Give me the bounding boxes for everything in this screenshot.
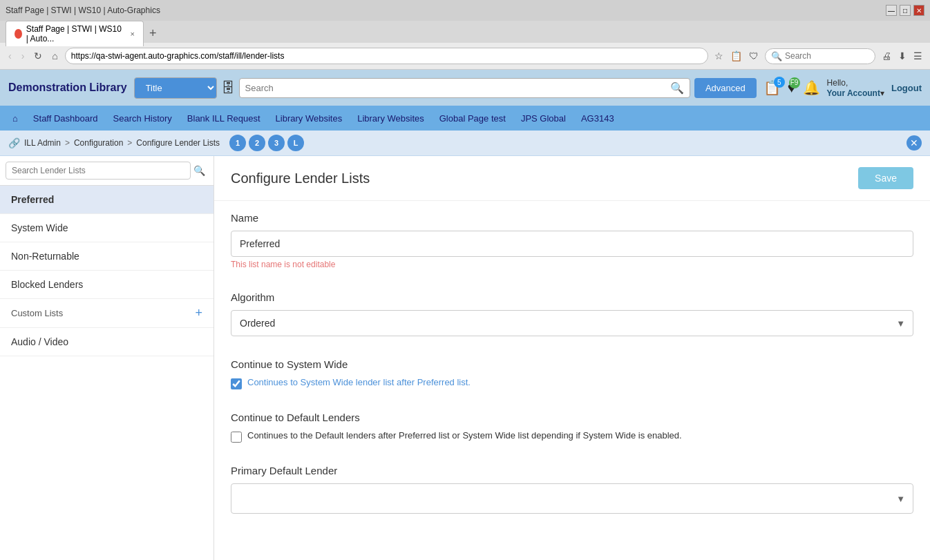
continue-default-lenders-checkbox-label: Continues to the Default lenders after P… xyxy=(247,430,682,441)
step-badge-3[interactable]: 3 xyxy=(268,135,285,151)
window-minimize-button[interactable]: — xyxy=(886,5,897,16)
breadcrumb-icon: 🔗 xyxy=(8,137,20,148)
browser-extra-toolbar: 🖨 ⬇ ☰ xyxy=(880,48,924,64)
window-maximize-button[interactable]: □ xyxy=(900,5,911,16)
home-browser-button[interactable]: ⌂ xyxy=(49,48,60,64)
address-bar: ‹ › ↻ ⌂ ☆ 📋 🛡 🔍 🖨 ⬇ ☰ xyxy=(0,43,930,69)
step-badges: 1 2 3 L xyxy=(229,135,304,151)
sidebar: 🔍 Preferred System Wide Non-Returnable B… xyxy=(0,156,214,560)
nav-library-websites-1[interactable]: Library Websites xyxy=(269,108,350,129)
continue-default-lenders-checkbox-area: Continues to the Default lenders after P… xyxy=(231,430,913,443)
sidebar-search-button[interactable]: 🔍 xyxy=(191,162,208,179)
tab-favicon xyxy=(15,29,22,39)
heart-badge: F9 xyxy=(789,77,800,88)
menu-button[interactable]: ☰ xyxy=(911,48,924,64)
nav-home[interactable]: ⌂ xyxy=(6,108,25,129)
nav-jps-global[interactable]: JPS Global xyxy=(514,108,573,129)
logout-button[interactable]: Logout xyxy=(891,83,922,93)
window-close-button[interactable]: ✕ xyxy=(913,5,924,16)
primary-default-lender-label: Primary Default Lender xyxy=(231,465,913,476)
name-hint: This list name is not editable xyxy=(231,260,913,269)
tab-title: Staff Page | STWI | WS10 | Auto... xyxy=(26,24,124,44)
nav-search-history[interactable]: Search History xyxy=(106,108,179,129)
checklist-badge: 5 xyxy=(774,77,785,88)
active-tab[interactable]: Staff Page | STWI | WS10 | Auto... × xyxy=(6,21,144,46)
refresh-button[interactable]: ↻ xyxy=(31,48,45,64)
search-magnifier-icon[interactable]: 🔍 xyxy=(670,81,684,95)
sidebar-item-audio-video[interactable]: Audio / Video xyxy=(0,328,213,356)
save-button[interactable]: Save xyxy=(858,167,913,189)
custom-lists-add-button[interactable]: + xyxy=(195,306,202,320)
continue-system-wide-checkbox-row: Continues to System Wide lender list aft… xyxy=(231,377,913,389)
database-icon[interactable]: 🗄 xyxy=(221,80,235,96)
header-right: 📋 5 ♥ F9 🔔 Hello, Your Account▾ Logout xyxy=(763,78,922,98)
breadcrumb-configuration[interactable]: Configuration xyxy=(74,138,123,148)
primary-default-lender-section: Primary Default Lender ▼ xyxy=(214,454,930,525)
search-glass-icon: 🔍 xyxy=(771,51,782,61)
back-button[interactable]: ‹ xyxy=(6,48,15,64)
continue-system-wide-checkbox-area: Continues to System Wide lender list aft… xyxy=(231,377,913,389)
continue-system-wide-checkbox-label: Continues to System Wide lender list aft… xyxy=(247,377,471,387)
checklist-icon-wrap[interactable]: 📋 5 xyxy=(763,79,781,96)
primary-default-lender-select[interactable] xyxy=(231,483,913,514)
print-button[interactable]: 🖨 xyxy=(880,48,893,64)
title-bar: Staff Page | STWI | WS10 | Auto-Graphics… xyxy=(0,0,930,21)
browser-search-input[interactable] xyxy=(785,51,869,61)
continue-system-wide-checkbox[interactable] xyxy=(231,378,242,389)
tab-close-button[interactable]: × xyxy=(131,30,135,38)
step-badge-2[interactable]: 2 xyxy=(249,135,265,151)
name-section: Name This list name is not editable xyxy=(214,201,930,280)
breadcrumb-sep-1: > xyxy=(65,138,70,148)
new-tab-button[interactable]: + xyxy=(144,26,162,41)
browser-chrome: Staff Page | STWI | WS10 | Auto-Graphics… xyxy=(0,0,930,70)
continue-default-lenders-checkbox[interactable] xyxy=(231,432,242,443)
heart-icon-wrap[interactable]: ♥ F9 xyxy=(788,80,796,96)
bookmark-button[interactable]: ☆ xyxy=(712,48,725,64)
app-logo: Demonstration Library xyxy=(8,81,127,94)
search-type-select[interactable]: Title Author Subject ISBN xyxy=(134,77,217,99)
forward-button[interactable]: › xyxy=(19,48,28,64)
custom-lists-list: Audio / Video xyxy=(0,328,213,356)
nav-global-page-test[interactable]: Global Page test xyxy=(433,108,513,129)
bell-icon-wrap[interactable]: 🔔 xyxy=(803,79,820,96)
custom-lists-section-header: Custom Lists + xyxy=(0,299,213,328)
nav-staff-dashboard[interactable]: Staff Dashboard xyxy=(26,108,105,129)
breadcrumb-ill-admin[interactable]: ILL Admin xyxy=(24,138,61,148)
reader-button[interactable]: 📋 xyxy=(728,48,744,64)
advanced-button[interactable]: Advanced xyxy=(694,78,757,98)
continue-system-wide-label: Continue to System Wide xyxy=(231,358,913,370)
app-header: Demonstration Library Title Author Subje… xyxy=(0,70,930,106)
sidebar-item-non-returnable[interactable]: Non-Returnable xyxy=(0,242,213,271)
algorithm-section: Algorithm Ordered Random Custom ▼ xyxy=(214,280,930,347)
account-section: Hello, Your Account▾ xyxy=(827,78,884,98)
continue-default-lenders-section: Continue to Default Lenders Continues to… xyxy=(214,400,930,454)
name-input[interactable] xyxy=(231,231,913,257)
download-button[interactable]: ⬇ xyxy=(896,48,909,64)
sidebar-search-input[interactable] xyxy=(6,162,191,180)
algorithm-select-wrap: Ordered Random Custom ▼ xyxy=(231,310,913,336)
tab-bar: Staff Page | STWI | WS10 | Auto... × + xyxy=(0,21,930,43)
browser-toolbar: ☆ 📋 🛡 xyxy=(712,48,761,64)
your-account-link[interactable]: Your Account xyxy=(827,88,880,98)
search-input[interactable] xyxy=(245,83,670,93)
nav-ag3143[interactable]: AG3143 xyxy=(574,108,621,129)
algorithm-select[interactable]: Ordered Random Custom xyxy=(231,310,913,336)
breadcrumb-close-button[interactable]: ✕ xyxy=(907,135,922,151)
sidebar-item-preferred[interactable]: Preferred xyxy=(0,186,213,214)
nav-library-websites-2[interactable]: Library Websites xyxy=(350,108,431,129)
sidebar-item-system-wide[interactable]: System Wide xyxy=(0,214,213,242)
sidebar-item-blocked-lenders[interactable]: Blocked Lenders xyxy=(0,271,213,299)
primary-default-lender-select-wrap: ▼ xyxy=(231,483,913,514)
content-header: Configure Lender Lists Save xyxy=(214,156,930,201)
step-badge-l[interactable]: L xyxy=(287,135,304,151)
sidebar-search-area: 🔍 xyxy=(0,156,213,186)
nav-bar: ⌂ Staff Dashboard Search History Blank I… xyxy=(0,106,930,131)
browser-search-box: 🔍 xyxy=(765,48,875,64)
breadcrumb-configure-lender-lists: Configure Lender Lists xyxy=(136,138,220,148)
step-badge-1[interactable]: 1 xyxy=(229,135,246,151)
nav-blank-ill-request[interactable]: Blank ILL Request xyxy=(180,108,267,129)
breadcrumb-sep-2: > xyxy=(127,138,132,148)
bell-icon: 🔔 xyxy=(803,80,820,95)
address-input[interactable] xyxy=(65,48,708,64)
shield-button[interactable]: 🛡 xyxy=(747,48,761,64)
